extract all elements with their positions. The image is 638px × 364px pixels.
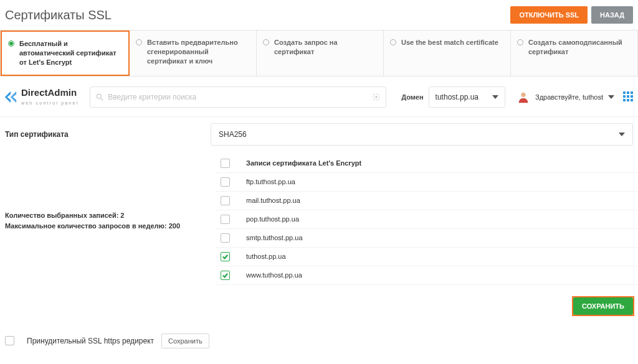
footer-save-button[interactable]: Сохранить xyxy=(161,334,209,348)
svg-line-3 xyxy=(101,98,103,100)
tab-csr[interactable]: Создать запрос на сертификат xyxy=(257,30,384,76)
weekly-limit: Максимальное количество запросов в недел… xyxy=(5,221,216,232)
svg-point-2 xyxy=(97,94,102,98)
record-row: ftp.tuthost.pp.ua xyxy=(216,173,638,192)
radio-icon xyxy=(263,39,269,45)
record-row: www.tuthost.pp.ua xyxy=(216,266,638,285)
svg-line-9 xyxy=(374,94,374,95)
tab-label: Use the best match certificate xyxy=(401,38,498,47)
record-host: mail.tuthost.pp.ua xyxy=(246,197,300,204)
tab-label: Создать самоподписанный сертификат xyxy=(528,38,631,57)
record-checkbox[interactable] xyxy=(221,177,230,187)
apps-grid-icon[interactable] xyxy=(623,91,634,103)
chevron-down-icon xyxy=(619,133,625,136)
select-all-checkbox[interactable] xyxy=(221,159,230,168)
record-checkbox[interactable] xyxy=(221,271,230,280)
svg-line-10 xyxy=(378,99,379,100)
gear-icon[interactable] xyxy=(372,93,381,101)
radio-icon xyxy=(8,40,14,47)
record-host: ftp.tuthost.pp.ua xyxy=(246,178,295,185)
record-host: pop.tuthost.pp.ua xyxy=(246,215,299,223)
svg-point-4 xyxy=(375,96,378,98)
chevron-down-icon[interactable] xyxy=(608,95,614,99)
directadmin-logo-icon xyxy=(4,90,17,104)
tab-paste-cert[interactable]: Вставить предварительно сгенерированный … xyxy=(130,30,257,76)
radio-icon xyxy=(517,39,523,45)
radio-icon xyxy=(136,39,142,45)
cert-type-select[interactable]: SHA256 xyxy=(211,123,633,146)
svg-line-12 xyxy=(378,94,379,95)
tab-self-signed[interactable]: Создать самоподписанный сертификат xyxy=(511,30,637,76)
record-host: www.tuthost.pp.ua xyxy=(246,271,302,279)
tab-best-match[interactable]: Use the best match certificate xyxy=(384,30,511,76)
search-field[interactable] xyxy=(90,86,386,108)
product-logo: DirectAdmin web control panel xyxy=(4,87,79,106)
ssl-tabs: Бесплатный и автоматический сертификат о… xyxy=(0,30,638,77)
record-row: tuthost.pp.ua xyxy=(216,248,638,266)
svg-line-11 xyxy=(374,99,374,100)
record-host: smtp.tuthost.pp.ua xyxy=(246,234,303,241)
page-title: Сертификаты SSL xyxy=(5,8,112,22)
records-header: Записи сертификата Let's Encrypt xyxy=(246,159,361,167)
save-button[interactable]: СОХРАНИТЬ xyxy=(573,297,633,315)
disable-ssl-button[interactable]: ОТКЛЮЧИТЬ SSL xyxy=(510,6,588,24)
tab-label: Бесплатный и автоматический сертификат о… xyxy=(19,39,122,67)
record-checkbox[interactable] xyxy=(221,233,230,243)
domain-select[interactable]: tuthost.pp.ua xyxy=(429,86,505,108)
svg-marker-0 xyxy=(5,91,11,102)
search-input[interactable] xyxy=(108,93,372,101)
greeting: Здравствуйте, tuthost xyxy=(535,93,603,101)
radio-icon xyxy=(390,39,396,45)
records-table: Записи сертификата Let's Encrypt ftp.tut… xyxy=(216,154,638,285)
record-checkbox[interactable] xyxy=(221,252,230,261)
back-button[interactable]: НАЗАД xyxy=(591,6,633,24)
record-host: tuthost.pp.ua xyxy=(246,253,286,260)
tab-letsencrypt[interactable]: Бесплатный и автоматический сертификат о… xyxy=(1,30,130,76)
avatar-icon xyxy=(517,90,530,104)
record-checkbox[interactable] xyxy=(221,215,230,224)
domain-value: tuthost.pp.ua xyxy=(436,93,478,101)
cert-type-label: Тип сертификата xyxy=(5,130,211,139)
selected-count: Количество выбранных записей: 2 xyxy=(5,210,216,222)
record-row: mail.tuthost.pp.ua xyxy=(216,192,638,210)
cert-type-value: SHA256 xyxy=(219,130,247,139)
force-https-label: Принудительный SSL https редирект xyxy=(27,337,154,345)
chevron-down-icon xyxy=(492,95,498,99)
svg-point-13 xyxy=(521,92,525,96)
svg-marker-1 xyxy=(11,91,16,102)
domain-label: Домен xyxy=(401,93,423,101)
force-https-checkbox[interactable] xyxy=(5,336,14,345)
search-icon xyxy=(95,93,104,101)
logo-subtitle: web control panel xyxy=(21,101,79,105)
record-row: smtp.tuthost.pp.ua xyxy=(216,229,638,248)
record-row: pop.tuthost.pp.ua xyxy=(216,210,638,229)
logo-text: DirectAdmin xyxy=(21,87,79,98)
tab-label: Вставить предварительно сгенерированный … xyxy=(147,38,250,66)
tab-label: Создать запрос на сертификат xyxy=(274,38,377,57)
record-checkbox[interactable] xyxy=(221,196,230,205)
